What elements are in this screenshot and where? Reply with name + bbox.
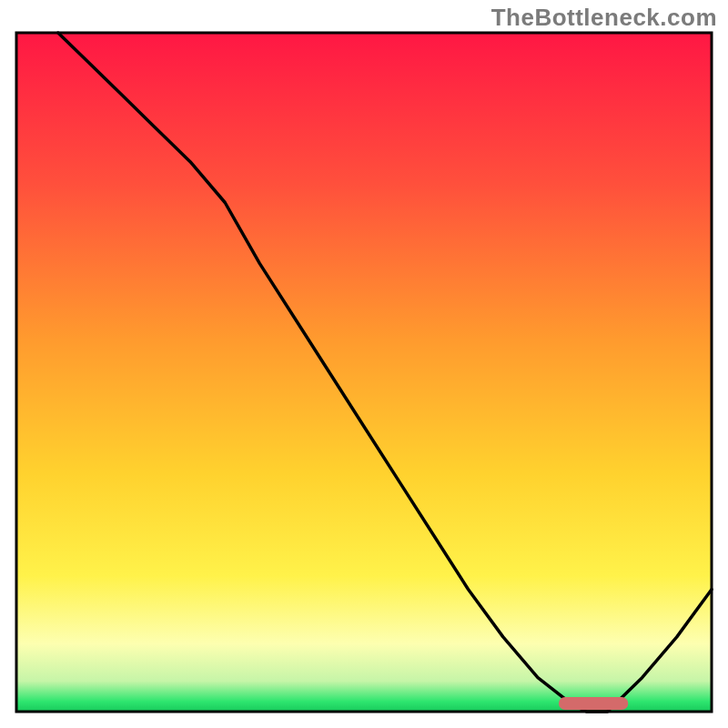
bottleneck-chart: [0, 0, 728, 728]
chart-page: TheBottleneck.com: [0, 0, 728, 728]
svg-rect-0: [16, 33, 712, 712]
minimum-marker: [559, 697, 628, 710]
